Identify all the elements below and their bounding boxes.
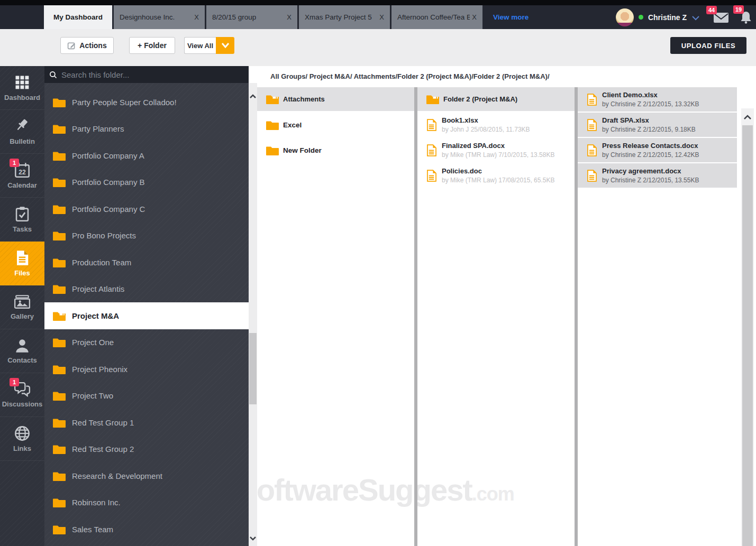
user-name[interactable]: Christine Z <box>648 13 687 22</box>
group-folder-row[interactable]: Portfolio Company B <box>44 169 249 196</box>
folder-icon <box>53 204 66 214</box>
file-row[interactable]: Press Release Contacts.docxby Christine … <box>578 138 737 162</box>
sidebar-item-label: Contacts <box>7 356 37 364</box>
file-row[interactable]: Draft SPA.xlsxby Christine Z 2/12/2015, … <box>578 113 737 137</box>
sidebar-item-label: Calendar <box>7 181 37 189</box>
folder-icon <box>53 337 66 347</box>
scrollbar-thumb[interactable] <box>742 125 753 546</box>
folder-name: Project One <box>72 338 114 347</box>
messages-button[interactable]: 44 <box>713 12 729 23</box>
files-scrollbar[interactable] <box>741 108 754 546</box>
chevron-down-icon[interactable] <box>691 15 700 21</box>
group-folder-row[interactable]: Project Atlantis <box>44 276 249 303</box>
sidebar-item-links[interactable]: Links <box>0 417 44 461</box>
subfolder-row[interactable]: Excel <box>257 113 414 137</box>
files-icon <box>15 250 29 266</box>
folder-open-icon <box>426 94 439 104</box>
file-row[interactable]: Book1.xlsxby John J 25/08/2015, 11.73KB <box>417 113 575 137</box>
actions-button[interactable]: Actions <box>60 37 114 54</box>
sidebar-item-files[interactable]: Files <box>0 242 44 285</box>
contacts-icon <box>15 338 30 353</box>
sidebar-item-tasks[interactable]: Tasks <box>0 198 44 242</box>
group-folder-row[interactable]: Project M&A <box>44 302 249 329</box>
group-folder-row[interactable]: Project Pheonix <box>44 356 249 383</box>
folder-icon <box>266 120 279 130</box>
tab-group-3[interactable]: Afternoon Coffee/Tea BreakX <box>391 5 482 29</box>
sidebar-item-dashboard[interactable]: Dashboard <box>0 66 44 110</box>
column-header-label: Attachments <box>283 95 325 103</box>
folder-name: Party Planners <box>72 124 124 133</box>
scroll-down-icon[interactable] <box>249 532 257 544</box>
search-input[interactable] <box>60 70 219 80</box>
avatar[interactable] <box>616 8 634 26</box>
close-icon[interactable]: X <box>287 13 292 21</box>
links-icon <box>14 425 30 441</box>
folder-icon <box>53 257 66 267</box>
folder-name: Party People Super Colladoo! <box>72 98 177 107</box>
file-name: Press Release Contacts.docx <box>602 142 699 150</box>
tab-group-2[interactable]: Xmas Party Project 5X <box>299 5 390 29</box>
file-row[interactable]: Finalized SPA.docxby Mike (TMR Law) 7/10… <box>417 138 575 162</box>
group-folder-row[interactable]: Red Test Group 2 <box>44 436 249 463</box>
tab-group-1[interactable]: 8/20/15 groupX <box>206 5 297 29</box>
group-folder-row[interactable]: Portfolio Company A <box>44 142 249 169</box>
column-header[interactable]: Attachments <box>257 87 414 111</box>
file-meta: by Mike (TMR Law) 7/10/2015, 13.58KB <box>442 151 554 159</box>
breadcrumb[interactable]: All Groups/ Project M&A/ Attachments/Fol… <box>270 66 550 87</box>
scroll-up-icon[interactable] <box>741 112 754 123</box>
file-name: Draft SPA.xlsx <box>602 116 696 124</box>
sidebar-item-contacts[interactable]: Contacts <box>0 329 44 373</box>
tab-group-0[interactable]: Designhouse Inc.X <box>114 5 205 29</box>
group-folder-row[interactable]: Project Two <box>44 383 249 410</box>
folder-name: New Folder <box>283 146 322 154</box>
add-folder-button[interactable]: + Folder <box>129 37 175 54</box>
folder-name: Portfolio Company B <box>72 178 145 187</box>
folder-icon <box>53 444 66 454</box>
sidebar-item-gallery[interactable]: Gallery <box>0 285 44 329</box>
folder-list-scrollbar[interactable] <box>249 83 257 546</box>
folder-name: Robinson Inc. <box>72 498 121 507</box>
file-icon <box>426 144 436 156</box>
group-folder-row[interactable]: Robinson Inc. <box>44 489 249 516</box>
scroll-up-icon[interactable] <box>249 90 257 102</box>
group-folder-row[interactable]: Sales Team <box>44 516 249 543</box>
close-icon[interactable]: X <box>194 13 199 21</box>
group-folder-row[interactable]: Project One <box>44 329 249 356</box>
dropdown-chevron-icon[interactable] <box>216 37 234 54</box>
view-all-dropdown[interactable]: View All <box>184 37 234 54</box>
upload-files-button[interactable]: UPLOAD FILES <box>670 37 746 54</box>
notifications-button[interactable]: 19 <box>740 11 752 24</box>
group-folder-row[interactable]: Party People Super Colladoo! <box>44 89 249 116</box>
group-folder-row[interactable]: Red Test Group 1 <box>44 409 249 436</box>
column-header[interactable]: Folder 2 (Project M&A) <box>417 87 575 111</box>
top-edge <box>0 0 756 5</box>
column-folder2: Folder 2 (Project M&A)Book1.xlsxby John … <box>417 87 575 546</box>
group-folder-row[interactable]: Research & Development <box>44 462 249 489</box>
file-row[interactable]: Client Demo.xlsxby Christine Z 2/12/2015… <box>578 87 737 112</box>
folder-name: Portfolio Company C <box>72 205 145 214</box>
file-name: Client Demo.xlsx <box>602 91 699 99</box>
group-folder-row[interactable]: Portfolio Company C <box>44 196 249 223</box>
file-name: Book1.xlsx <box>442 116 530 124</box>
search-icon <box>49 71 57 79</box>
sidebar-item-calendar[interactable]: 122Calendar <box>0 154 44 198</box>
folder-name: Research & Development <box>72 471 162 480</box>
group-folder-row[interactable]: Pro Bono Projects <box>44 223 249 249</box>
sidebar-item-discussions[interactable]: 1Discussions <box>0 373 44 417</box>
scrollbar-thumb[interactable] <box>249 333 257 404</box>
pin-icon <box>14 118 30 134</box>
svg-text:22: 22 <box>19 169 26 176</box>
folder-icon <box>53 471 66 481</box>
sidebar-item-label: Tasks <box>13 225 32 233</box>
sidebar-item-bulletin[interactable]: Bulletin <box>0 110 44 154</box>
close-icon[interactable]: X <box>472 13 477 21</box>
tab-my-dashboard[interactable]: My Dashboard <box>44 5 112 29</box>
subfolder-row[interactable]: New Folder <box>257 138 414 162</box>
view-more-link[interactable]: View more <box>493 13 529 21</box>
file-row[interactable]: Privacy agreement.docxby Christine Z 2/1… <box>578 163 737 188</box>
group-folder-row[interactable]: Production Team <box>44 249 249 276</box>
group-folder-row[interactable]: Party Planners <box>44 116 249 143</box>
file-row[interactable]: Policies.docby Mike (TMR Law) 17/08/2015… <box>417 163 575 188</box>
column-attachments: AttachmentsExcelNew Folder <box>257 87 414 546</box>
close-icon[interactable]: X <box>379 13 384 21</box>
